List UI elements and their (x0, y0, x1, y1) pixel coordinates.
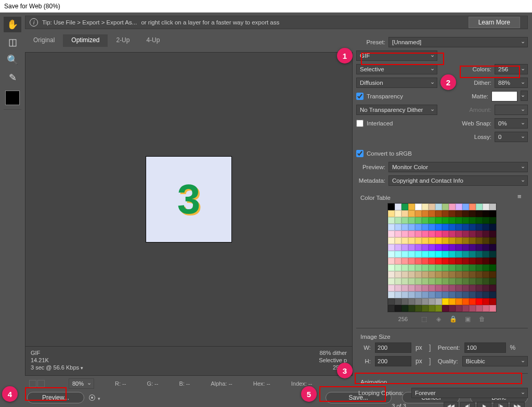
color-swatch[interactable] (449, 204, 456, 210)
preview-profile-select[interactable]: Monitor Color (388, 162, 528, 172)
color-swatch[interactable] (408, 231, 415, 237)
color-swatch[interactable] (395, 210, 401, 217)
color-swatch[interactable] (469, 258, 476, 264)
color-swatch[interactable] (395, 305, 401, 312)
color-swatch[interactable] (489, 210, 496, 217)
color-swatch[interactable] (408, 271, 415, 278)
color-swatch[interactable] (415, 291, 422, 298)
color-swatch[interactable] (483, 285, 489, 291)
color-swatch[interactable] (456, 285, 462, 291)
color-swatch[interactable] (388, 298, 395, 305)
color-swatch[interactable] (462, 305, 469, 312)
color-swatch[interactable] (435, 271, 442, 278)
color-swatch[interactable] (449, 291, 456, 298)
color-swatch[interactable] (469, 264, 476, 271)
color-swatch[interactable] (401, 298, 408, 305)
color-swatch[interactable] (442, 237, 449, 244)
color-swatch[interactable] (429, 224, 435, 231)
chevron-down-icon[interactable]: ▾ (81, 365, 83, 371)
color-swatch[interactable] (449, 217, 456, 224)
color-swatch[interactable] (395, 264, 401, 271)
color-swatch[interactable] (462, 237, 469, 244)
color-swatch[interactable] (422, 217, 429, 224)
color-swatch[interactable] (442, 271, 449, 278)
color-swatch[interactable] (442, 305, 449, 312)
color-swatch[interactable] (429, 204, 435, 210)
color-swatch[interactable] (435, 258, 442, 264)
color-swatch[interactable] (408, 217, 415, 224)
map-to-transparent-icon[interactable]: ⬚ (420, 315, 427, 323)
eyedropper-tool-icon[interactable]: ✎ (4, 70, 21, 85)
color-swatch[interactable] (456, 251, 462, 258)
color-swatch[interactable] (462, 251, 469, 258)
next-frame-button[interactable]: |▶ (494, 402, 508, 407)
play-button[interactable]: ▶ (477, 402, 491, 407)
color-swatch[interactable] (489, 224, 496, 231)
color-swatch[interactable] (476, 210, 483, 217)
color-swatch[interactable] (435, 244, 442, 251)
color-swatch[interactable] (489, 258, 496, 264)
color-swatch[interactable] (395, 291, 401, 298)
color-swatch[interactable] (401, 204, 408, 210)
color-swatch[interactable] (401, 258, 408, 264)
color-swatch[interactable] (462, 217, 469, 224)
color-swatch[interactable] (489, 271, 496, 278)
color-swatch[interactable] (442, 278, 449, 285)
color-swatch[interactable] (415, 231, 422, 237)
color-swatch[interactable] (422, 204, 429, 210)
color-swatch[interactable] (415, 258, 422, 264)
color-swatch[interactable] (483, 305, 489, 312)
color-swatch[interactable] (435, 204, 442, 210)
color-swatch[interactable] (435, 305, 442, 312)
color-swatch[interactable] (401, 244, 408, 251)
color-swatch[interactable] (483, 231, 489, 237)
color-swatch[interactable] (422, 264, 429, 271)
color-swatch[interactable] (395, 244, 401, 251)
color-swatch[interactable] (415, 298, 422, 305)
color-swatch[interactable] (489, 217, 496, 224)
color-swatch[interactable] (429, 298, 435, 305)
color-swatch[interactable] (429, 237, 435, 244)
height-input[interactable] (375, 356, 411, 366)
color-swatch[interactable] (483, 258, 489, 264)
color-swatch[interactable] (435, 291, 442, 298)
color-swatch[interactable] (408, 305, 415, 312)
color-swatch[interactable] (483, 210, 489, 217)
color-swatch[interactable] (388, 210, 395, 217)
trash-icon[interactable]: 🗑 (478, 315, 486, 323)
color-swatch[interactable] (435, 210, 442, 217)
color-swatch[interactable] (442, 210, 449, 217)
color-swatch[interactable] (483, 237, 489, 244)
looping-select[interactable]: Forever (411, 388, 528, 398)
link-dimensions-icon[interactable]: ] (426, 344, 434, 352)
color-swatch[interactable] (435, 217, 442, 224)
metadata-select[interactable]: Copyright and Contact Info (388, 175, 528, 186)
color-swatch[interactable] (469, 285, 476, 291)
color-swatch[interactable] (388, 231, 395, 237)
color-swatch[interactable] (469, 271, 476, 278)
color-swatch[interactable] (388, 291, 395, 298)
color-swatch[interactable] (456, 210, 462, 217)
tab-4up[interactable]: 4-Up (138, 34, 168, 47)
color-swatch[interactable] (388, 278, 395, 285)
matte-chevron-icon[interactable] (521, 91, 528, 101)
color-swatch[interactable] (476, 264, 483, 271)
color-swatch[interactable] (422, 224, 429, 231)
color-swatch[interactable] (476, 224, 483, 231)
color-swatch[interactable] (388, 305, 395, 312)
color-swatch[interactable] (395, 278, 401, 285)
first-frame-button[interactable]: ◀◀ (444, 402, 458, 407)
color-swatch[interactable] (401, 224, 408, 231)
color-swatch[interactable] (408, 264, 415, 271)
color-swatch[interactable] (422, 251, 429, 258)
color-swatch[interactable] (489, 285, 496, 291)
color-swatch[interactable] (476, 278, 483, 285)
color-swatch[interactable] (489, 204, 496, 210)
color-swatch[interactable] (408, 251, 415, 258)
color-swatch[interactable] (442, 224, 449, 231)
preset-select[interactable]: [Unnamed] (388, 37, 528, 47)
color-swatch[interactable] (476, 231, 483, 237)
color-swatch[interactable] (429, 210, 435, 217)
color-swatch[interactable] (476, 204, 483, 210)
matte-swatch[interactable] (491, 91, 517, 101)
